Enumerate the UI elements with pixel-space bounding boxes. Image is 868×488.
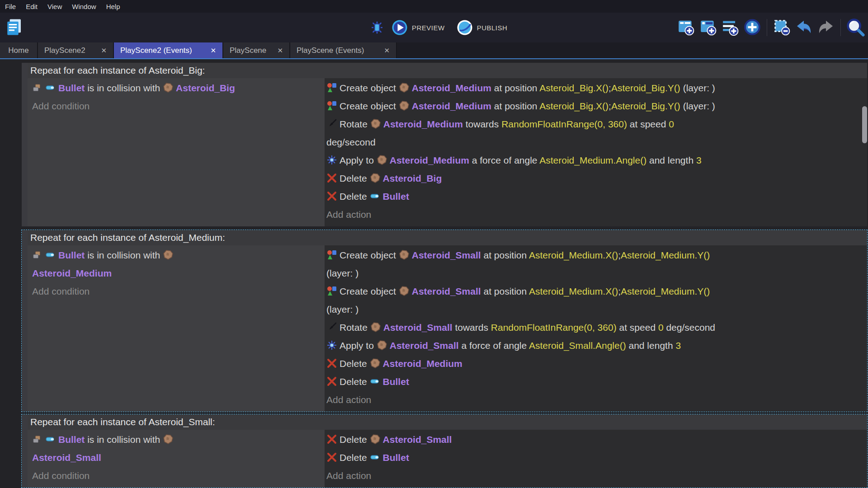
tab-home[interactable]: Home xyxy=(0,42,38,58)
add-action-button[interactable]: Add action xyxy=(326,391,864,409)
search-button[interactable] xyxy=(845,18,865,38)
text: Apply to xyxy=(340,155,377,165)
redo-button[interactable] xyxy=(816,18,836,38)
asteroid-icon xyxy=(370,357,381,367)
action-row[interactable]: Create object Asteroid_Medium at positio… xyxy=(326,97,864,115)
publish-label[interactable]: PUBLISH xyxy=(477,24,508,32)
object-name: Bullet xyxy=(383,452,409,463)
action-row[interactable]: Create object Asteroid_Small at position… xyxy=(326,246,864,282)
menu-item-edit[interactable]: Edit xyxy=(21,3,42,10)
add-action-button[interactable]: Add action xyxy=(326,206,864,224)
asteroid-icon xyxy=(399,99,410,110)
add-condition-button[interactable]: Add condition xyxy=(32,467,320,485)
search-icon xyxy=(845,17,866,39)
action-row[interactable]: Rotate Asteroid_Small towards RandomFloa… xyxy=(326,319,864,337)
debug-icon[interactable] xyxy=(370,20,384,35)
undo-icon xyxy=(795,19,812,37)
expression: Asteroid_Big.Y() xyxy=(611,101,680,111)
project-manager-icon xyxy=(5,18,24,38)
add-event-button[interactable] xyxy=(676,18,696,38)
tab-playscene[interactable]: PlayScene✕ xyxy=(223,42,290,58)
event-header[interactable]: Repeat for each instance of Asteroid_Med… xyxy=(28,230,867,245)
action-row[interactable]: Delete Bullet xyxy=(326,373,864,391)
scrollbar-thumb[interactable] xyxy=(862,106,867,143)
event-drag-handle[interactable] xyxy=(22,414,28,488)
add-condition-button[interactable]: Add condition xyxy=(32,97,320,115)
delete-icon xyxy=(326,171,337,182)
action-row[interactable]: Delete Asteroid_Small xyxy=(326,431,864,449)
menu-item-help[interactable]: Help xyxy=(101,3,125,10)
tabbar: HomePlayScene2✕PlayScene2 (Events)✕PlayS… xyxy=(0,42,868,58)
bullet-icon xyxy=(370,375,381,385)
toolbar-center: PREVIEW PUBLISH xyxy=(370,13,507,42)
condition-row[interactable]: Bullet is in collision with Asteroid_Med… xyxy=(32,246,320,282)
choose-add-event-button[interactable] xyxy=(742,18,762,38)
text: Delete xyxy=(340,191,370,202)
add-action-button[interactable]: Add action xyxy=(326,467,864,485)
bullet-icon xyxy=(45,432,56,443)
expression: 0 xyxy=(658,322,664,333)
asteroid-icon xyxy=(399,81,410,92)
force-icon xyxy=(326,153,337,164)
expression: 3 xyxy=(675,340,681,351)
event-drag-handle[interactable] xyxy=(22,230,28,412)
add-condition-button[interactable]: Add condition xyxy=(32,282,320,300)
event-body: Bullet is in collision with Asteroid_Sma… xyxy=(28,430,867,488)
action-row[interactable]: Delete Bullet xyxy=(326,449,864,467)
remove-event-button[interactable] xyxy=(772,18,792,38)
expression: Asteroid_Medium.Y() xyxy=(621,250,710,260)
event-block[interactable]: Repeat for each instance of Asteroid_Big… xyxy=(22,63,867,226)
add-sub-event-button[interactable] xyxy=(698,18,718,38)
condition-row[interactable]: Bullet is in collision with Asteroid_Sma… xyxy=(32,431,320,467)
menu-item-file[interactable]: File xyxy=(0,3,21,10)
preview-play-icon xyxy=(392,19,408,36)
remove-event-icon xyxy=(773,19,790,37)
events-list: Repeat for each instance of Asteroid_Big… xyxy=(22,63,867,488)
action-row[interactable]: Delete Asteroid_Medium xyxy=(326,355,864,373)
preview-button[interactable] xyxy=(392,19,408,36)
text: (layer: ) xyxy=(680,101,715,111)
tab-playscene2-events[interactable]: PlayScene2 (Events)✕ xyxy=(114,42,223,58)
action-row[interactable]: Delete Bullet xyxy=(326,188,864,206)
asteroid-icon xyxy=(163,81,174,92)
action-row[interactable]: Apply to Asteroid_Small a force of angle… xyxy=(326,337,864,355)
tab-playscene-events[interactable]: PlayScene (Events)✕ xyxy=(290,42,397,58)
delete-icon xyxy=(326,450,337,461)
action-row[interactable]: Create object Asteroid_Medium at positio… xyxy=(326,79,864,97)
condition-row[interactable]: Bullet is in collision with Asteroid_Big xyxy=(32,79,320,97)
action-row[interactable]: Create object Asteroid_Small at position… xyxy=(326,282,864,319)
preview-label[interactable]: PREVIEW xyxy=(412,24,445,32)
publish-button[interactable] xyxy=(457,19,473,36)
add-comment-icon xyxy=(722,19,739,37)
close-tab-icon[interactable]: ✕ xyxy=(210,47,216,55)
rotate-icon xyxy=(326,320,337,331)
object-name: Asteroid_Small xyxy=(383,434,452,445)
event-drag-handle[interactable] xyxy=(22,63,28,226)
text: Create object xyxy=(340,101,399,111)
undo-button[interactable] xyxy=(794,18,814,38)
expression: Asteroid_Big.X() xyxy=(539,83,609,93)
project-manager-button[interactable] xyxy=(5,18,24,38)
action-row[interactable]: Delete Asteroid_Big xyxy=(326,169,864,188)
text: deg/second xyxy=(664,322,715,333)
action-row[interactable]: Apply to Asteroid_Medium a force of angl… xyxy=(326,151,864,169)
event-header[interactable]: Repeat for each instance of Asteroid_Big… xyxy=(28,63,867,78)
text: deg/second xyxy=(326,137,376,147)
action-row[interactable]: Rotate Asteroid_Medium towards RandomFlo… xyxy=(326,115,864,151)
redo-icon xyxy=(817,19,835,37)
object-name: Asteroid_Medium xyxy=(32,268,112,278)
close-tab-icon[interactable]: ✕ xyxy=(101,47,107,55)
close-tab-icon[interactable]: ✕ xyxy=(277,47,283,55)
menu-item-window[interactable]: Window xyxy=(67,3,101,10)
delete-icon xyxy=(326,432,337,443)
tab-playscene2[interactable]: PlayScene2✕ xyxy=(38,42,114,58)
event-block[interactable]: Repeat for each instance of Asteroid_Sma… xyxy=(22,414,867,488)
add-comment-button[interactable] xyxy=(720,18,740,38)
text: and length xyxy=(646,155,696,165)
event-header[interactable]: Repeat for each instance of Asteroid_Sma… xyxy=(28,414,867,430)
event-block[interactable]: Repeat for each instance of Asteroid_Med… xyxy=(22,230,867,412)
close-tab-icon[interactable]: ✕ xyxy=(384,47,390,55)
menu-item-view[interactable]: View xyxy=(42,3,67,10)
event-main: Repeat for each instance of Asteroid_Sma… xyxy=(28,414,867,488)
bullet-icon xyxy=(370,189,381,200)
